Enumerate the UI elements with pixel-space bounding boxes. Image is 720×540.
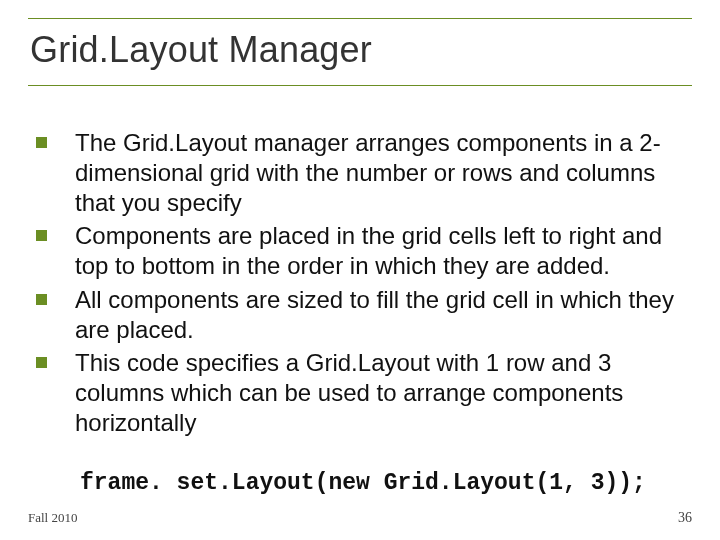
- footer-left: Fall 2010: [28, 510, 77, 526]
- code-snippet: frame. set.Layout(new Grid.Layout(1, 3))…: [80, 470, 692, 496]
- square-bullet-icon: [36, 137, 47, 148]
- bullet-text: All components are sized to fill the gri…: [75, 285, 682, 345]
- square-bullet-icon: [36, 230, 47, 241]
- slide: Grid.Layout Manager The Grid.Layout mana…: [0, 0, 720, 540]
- slide-number: 36: [678, 510, 692, 526]
- slide-title: Grid.Layout Manager: [30, 29, 692, 71]
- bullet-text: Components are placed in the grid cells …: [75, 221, 682, 281]
- bullet-text: This code specifies a Grid.Layout with 1…: [75, 348, 682, 437]
- bullet-text: The Grid.Layout manager arranges compone…: [75, 128, 682, 217]
- square-bullet-icon: [36, 357, 47, 368]
- list-item: Components are placed in the grid cells …: [36, 221, 682, 281]
- list-item: All components are sized to fill the gri…: [36, 285, 682, 345]
- title-container: Grid.Layout Manager: [28, 18, 692, 86]
- square-bullet-icon: [36, 294, 47, 305]
- list-item: The Grid.Layout manager arranges compone…: [36, 128, 682, 217]
- bullet-list: The Grid.Layout manager arranges compone…: [28, 128, 692, 438]
- list-item: This code specifies a Grid.Layout with 1…: [36, 348, 682, 437]
